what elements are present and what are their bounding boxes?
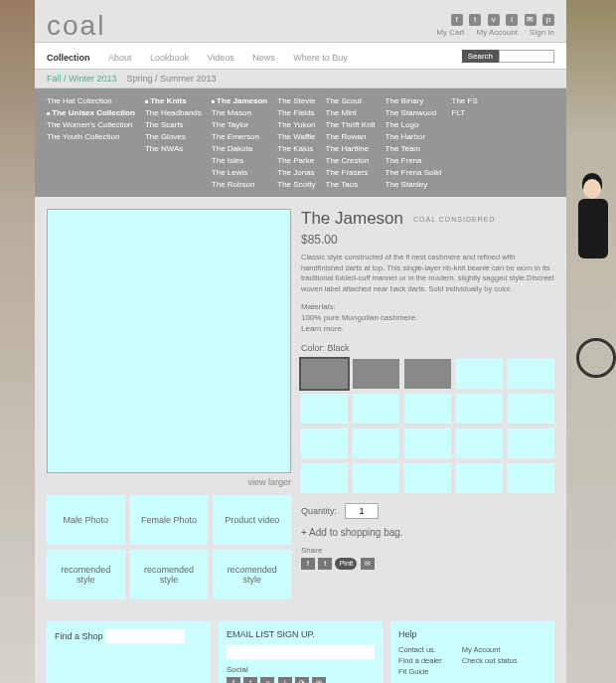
mega-item[interactable]: The Jameson <box>212 96 267 105</box>
season-next[interactable]: Spring / Summer 2013 <box>127 74 217 84</box>
mega-item[interactable]: The Kalos <box>277 144 315 153</box>
thumb-female[interactable]: Female Photo <box>130 495 209 545</box>
mega-item[interactable]: The Lewis <box>212 168 267 177</box>
color-swatch[interactable] <box>353 394 399 424</box>
mega-item[interactable]: The Logo <box>385 120 442 129</box>
mega-item[interactable]: The Stanwood <box>385 108 442 117</box>
mega-item[interactable]: The Creston <box>326 156 376 165</box>
mega-item[interactable]: The Parke <box>277 156 315 165</box>
color-swatch[interactable] <box>508 394 554 424</box>
twitter-icon[interactable]: t <box>469 14 481 26</box>
mega-item[interactable]: The Taos <box>326 180 376 189</box>
thumb-rec-1[interactable]: recomended style <box>47 550 125 599</box>
color-swatch[interactable] <box>404 359 451 389</box>
share-facebook-icon[interactable]: f <box>301 558 315 570</box>
mega-item[interactable]: The Emerson <box>212 132 267 141</box>
mega-item[interactable]: The Harbor <box>385 132 442 141</box>
status-link[interactable]: Check out status <box>462 656 518 665</box>
my-cart-link[interactable]: My Cart <box>436 28 464 37</box>
color-swatch[interactable] <box>301 463 348 493</box>
mega-item[interactable]: The Rowan <box>326 132 376 141</box>
product-image[interactable] <box>47 209 291 473</box>
thumb-rec-2[interactable]: recomended style <box>130 550 209 599</box>
mail-icon[interactable]: ✉ <box>525 14 537 26</box>
vimeo-icon[interactable]: v <box>488 14 500 26</box>
learn-more-link[interactable]: Learn more. <box>301 324 554 333</box>
mega-item[interactable]: The Robson <box>212 180 267 189</box>
mega-item[interactable]: The Thrift Knit <box>326 120 376 129</box>
instagram-icon[interactable]: i <box>506 14 518 26</box>
mega-item[interactable]: The Stanley <box>385 180 442 189</box>
mega-item[interactable]: The Yukon <box>277 120 315 129</box>
mega-item[interactable]: The Frena <box>385 156 442 165</box>
mega-item[interactable]: The Youth Collection <box>47 132 135 141</box>
color-swatch[interactable] <box>456 428 503 458</box>
mega-item[interactable]: The Frena Solid <box>385 168 442 177</box>
color-swatch[interactable] <box>301 394 348 424</box>
pinterest-icon[interactable]: p <box>542 14 554 26</box>
mega-item[interactable]: The Taylor <box>212 120 267 129</box>
foot-rss-icon[interactable]: ⟳ <box>295 677 309 683</box>
account-link[interactable]: My Account <box>462 645 518 654</box>
foot-mail-icon[interactable]: ✉ <box>312 677 326 683</box>
color-swatch[interactable] <box>301 359 348 389</box>
findshop-input[interactable] <box>105 629 185 643</box>
email-input[interactable] <box>227 645 375 659</box>
mega-item[interactable]: The Mint <box>326 108 376 117</box>
mega-item[interactable]: The Dakota <box>212 144 267 153</box>
mega-item[interactable]: The Gloves <box>145 132 202 141</box>
mega-item[interactable]: The Waffle <box>277 132 315 141</box>
foot-facebook-icon[interactable]: f <box>227 677 240 683</box>
color-swatch[interactable] <box>301 428 348 458</box>
mega-item[interactable]: The Fields <box>277 108 315 117</box>
foot-instagram-icon[interactable]: i <box>278 677 292 683</box>
search-input[interactable] <box>499 50 554 63</box>
mega-item[interactable]: The Scotty <box>277 180 315 189</box>
view-larger-link[interactable]: view larger <box>47 473 291 491</box>
fit-link[interactable]: Fit Guide <box>398 667 442 676</box>
mega-item[interactable]: FLT <box>452 108 478 117</box>
nav-collection[interactable]: Collection <box>47 53 90 63</box>
mega-item[interactable]: The Binary <box>385 96 442 105</box>
nav-about[interactable]: About <box>108 53 132 63</box>
season-current[interactable]: Fall / Winter 2013 <box>47 74 117 84</box>
color-swatch[interactable] <box>404 428 451 458</box>
share-twitter-icon[interactable]: t <box>318 558 332 570</box>
color-swatch[interactable] <box>456 463 503 493</box>
nav-lookbook[interactable]: Lookbook <box>150 53 189 63</box>
share-mail-icon[interactable]: ✉ <box>361 558 375 570</box>
contact-link[interactable]: Contact us. <box>398 645 442 654</box>
mega-item[interactable]: The Isles <box>212 156 267 165</box>
color-swatch[interactable] <box>508 463 554 493</box>
dealer-link[interactable]: Find a dealer <box>398 656 442 665</box>
mega-item[interactable]: The Scout <box>326 96 376 105</box>
thumb-rec-3[interactable]: recomended style <box>213 550 291 599</box>
thumb-male[interactable]: Male Photo <box>47 495 125 545</box>
add-to-cart-button[interactable]: + Add to shopping bag. <box>301 527 554 538</box>
color-swatch[interactable] <box>353 428 399 458</box>
color-swatch[interactable] <box>456 359 503 389</box>
color-swatch[interactable] <box>353 359 399 389</box>
foot-twitter-icon[interactable]: t <box>243 677 257 683</box>
color-swatch[interactable] <box>353 463 399 493</box>
mega-item[interactable]: The Unisex Collection <box>47 108 135 117</box>
mega-item[interactable]: The Headbands <box>145 108 202 117</box>
mega-item[interactable]: The FS <box>452 96 478 105</box>
signin-link[interactable]: Sign In <box>530 28 554 37</box>
mega-item[interactable]: The Mason <box>212 108 267 117</box>
color-swatch[interactable] <box>404 463 451 493</box>
nav-videos[interactable]: Videos <box>207 53 233 63</box>
mega-item[interactable]: The Team <box>385 144 442 153</box>
mega-item[interactable]: The Hat Collection <box>47 96 135 105</box>
mega-item[interactable]: The Frasers <box>326 168 376 177</box>
mega-item[interactable]: The Women's Collection <box>47 120 135 129</box>
mega-item[interactable]: The Scarfs <box>145 120 202 129</box>
mega-item[interactable]: The Jonas <box>277 168 315 177</box>
color-swatch[interactable] <box>404 394 451 424</box>
color-swatch[interactable] <box>508 359 554 389</box>
quantity-input[interactable] <box>345 503 379 519</box>
mega-item[interactable]: The Hartline <box>326 144 376 153</box>
foot-vimeo-icon[interactable]: v <box>260 677 274 683</box>
mega-item[interactable]: The NWAs <box>145 144 202 153</box>
nav-where[interactable]: Where to Buy <box>293 53 348 63</box>
